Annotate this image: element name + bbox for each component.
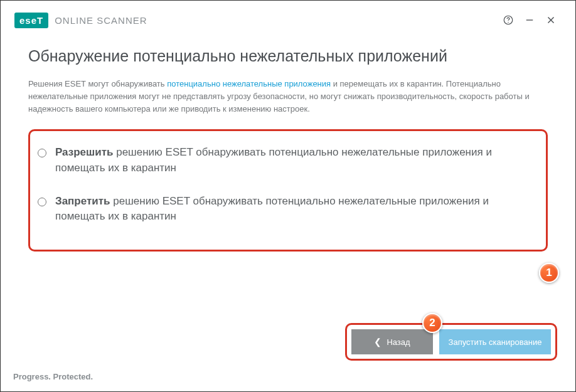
option-allow-rest: решению ESET обнаруживать потенциально н… bbox=[55, 146, 492, 174]
buttons-highlight-box: ❮ Назад Запустить сканирование bbox=[345, 323, 557, 361]
page-title: Обнаружение потенциально нежелательных п… bbox=[28, 47, 548, 65]
back-button-label: Назад bbox=[387, 337, 410, 347]
help-icon[interactable] bbox=[498, 9, 519, 31]
annotation-badge-2: 2 bbox=[422, 313, 442, 333]
option-deny-text: Запретить решению ESET обнаруживать поте… bbox=[55, 194, 537, 225]
intro-text: Решения ESET могут обнаруживать потенциа… bbox=[28, 78, 548, 115]
option-deny-bold: Запретить bbox=[55, 195, 110, 207]
brand-logo: eseT bbox=[14, 13, 48, 28]
minimize-icon[interactable] bbox=[519, 9, 540, 31]
start-scan-label: Запустить сканирование bbox=[449, 337, 542, 347]
intro-pre: Решения ESET могут обнаруживать bbox=[28, 79, 167, 88]
product-name: ONLINE SCANNER bbox=[55, 15, 147, 26]
svg-point-1 bbox=[508, 22, 508, 23]
option-allow-bold: Разрешить bbox=[55, 146, 113, 158]
radio-deny[interactable] bbox=[38, 198, 46, 206]
content-area: Обнаружение потенциально нежелательных п… bbox=[1, 37, 575, 252]
annotation-badge-1: 1 bbox=[539, 263, 559, 283]
option-deny-rest: решению ESET обнаруживать потенциально н… bbox=[55, 195, 489, 223]
option-allow-text: Разрешить решению ESET обнаруживать поте… bbox=[55, 145, 537, 176]
radio-allow[interactable] bbox=[38, 149, 46, 157]
close-icon[interactable] bbox=[540, 9, 562, 31]
window-header: eseT ONLINE SCANNER bbox=[1, 1, 575, 37]
option-deny[interactable]: Запретить решению ESET обнаруживать поте… bbox=[38, 194, 537, 225]
start-scan-button[interactable]: Запустить сканирование bbox=[439, 329, 551, 354]
brand-logo-text: eseT bbox=[19, 15, 43, 26]
footer-slogan: Progress. Protected. bbox=[13, 372, 93, 381]
pua-link[interactable]: потенциально нежелательные приложения bbox=[167, 79, 331, 88]
options-highlight-box: Разрешить решению ESET обнаруживать поте… bbox=[28, 129, 548, 252]
chevron-left-icon: ❮ bbox=[374, 337, 381, 347]
option-allow[interactable]: Разрешить решению ESET обнаруживать поте… bbox=[38, 145, 537, 176]
back-button[interactable]: ❮ Назад bbox=[351, 329, 433, 354]
